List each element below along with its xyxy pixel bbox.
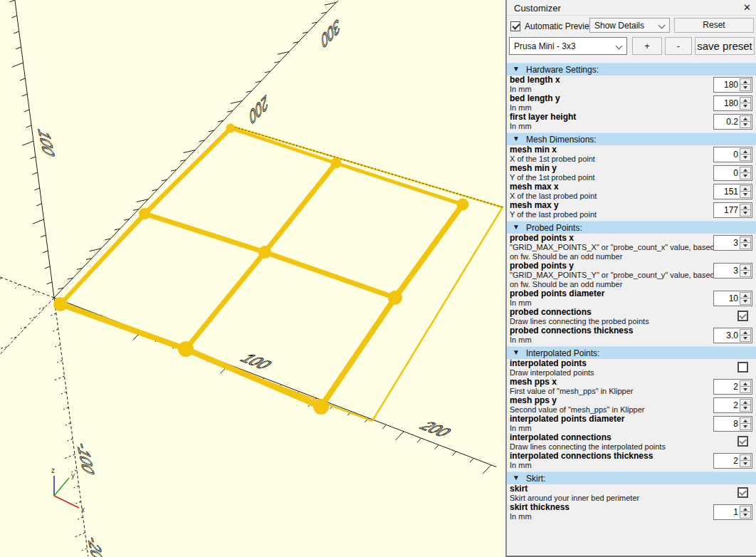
- spinner: [740, 148, 751, 161]
- collapse-triangle-icon[interactable]: ▼: [513, 348, 520, 356]
- save-preset-button[interactable]: save preset: [695, 37, 755, 55]
- spin-down-icon[interactable]: [740, 271, 750, 276]
- section-title: Hardware Settings:: [526, 65, 599, 75]
- spin-down-icon[interactable]: [740, 103, 750, 109]
- parameter-description: "GRID_MAX_POINTS_X" or "probe_count_x" v…: [510, 243, 718, 261]
- add-preset-button[interactable]: +: [632, 37, 662, 55]
- spinbox-value[interactable]: 3: [715, 236, 738, 250]
- spinner: [740, 380, 751, 393]
- spinbox-value[interactable]: 1: [715, 505, 738, 519]
- parameter-row: probed points y"GRID_MAX_POINTS_Y" or "p…: [507, 261, 756, 289]
- spinbox-value[interactable]: 10: [715, 291, 738, 306]
- spin-down-icon[interactable]: [740, 192, 750, 197]
- spinbox-value[interactable]: 180: [715, 96, 738, 110]
- spin-down-icon[interactable]: [740, 405, 750, 411]
- spin-up-icon[interactable]: [740, 79, 750, 85]
- spinbox-value[interactable]: 151: [715, 184, 738, 199]
- section-header[interactable]: ▼Hardware Settings:: [507, 63, 756, 76]
- spin-up-icon[interactable]: [740, 455, 750, 461]
- spin-up-icon[interactable]: [740, 186, 750, 192]
- spin-up-icon[interactable]: [740, 204, 750, 210]
- spinner: [740, 454, 751, 467]
- reset-button[interactable]: Reset: [674, 18, 754, 33]
- value-spinbox[interactable]: 177: [713, 202, 752, 218]
- parameter-checkbox[interactable]: [737, 436, 748, 447]
- spinbox-value[interactable]: 2: [715, 380, 738, 394]
- value-spinbox[interactable]: 2: [713, 397, 752, 413]
- spinbox-value[interactable]: 177: [715, 203, 738, 217]
- spin-down-icon[interactable]: [740, 298, 750, 304]
- spin-down-icon[interactable]: [740, 424, 750, 430]
- value-spinbox[interactable]: 0.2: [713, 114, 752, 130]
- value-spinbox[interactable]: 8: [713, 416, 752, 432]
- collapse-triangle-icon[interactable]: ▼: [513, 65, 520, 73]
- parameter-row: mesh max yY of the last probed point177: [507, 201, 756, 219]
- value-spinbox[interactable]: 3: [713, 263, 752, 278]
- spinbox-value[interactable]: 3.0: [715, 328, 738, 343]
- spin-down-icon[interactable]: [740, 122, 750, 127]
- parameter-checkbox[interactable]: [737, 487, 748, 498]
- spin-up-icon[interactable]: [740, 400, 750, 405]
- spin-up-icon[interactable]: [740, 265, 750, 271]
- section-header[interactable]: ▼Skirt:: [507, 472, 756, 484]
- spin-up-icon[interactable]: [740, 98, 750, 103]
- spin-up-icon[interactable]: [740, 149, 750, 155]
- section-header[interactable]: ▼Mesh Dimensions:: [507, 132, 756, 145]
- spin-up-icon[interactable]: [740, 293, 750, 298]
- spin-down-icon[interactable]: [740, 210, 750, 216]
- value-spinbox[interactable]: 2: [713, 453, 752, 469]
- spin-down-icon[interactable]: [740, 173, 750, 179]
- details-dropdown[interactable]: Show Details: [589, 18, 670, 33]
- spin-up-icon[interactable]: [740, 330, 750, 335]
- spin-down-icon[interactable]: [740, 387, 750, 392]
- parameter-name: interpolated points: [510, 359, 756, 368]
- spin-down-icon[interactable]: [740, 512, 750, 518]
- parameter-row: interpolated points diameterIn mm8: [507, 415, 756, 433]
- spin-down-icon[interactable]: [740, 85, 750, 90]
- collapse-triangle-icon[interactable]: ▼: [513, 135, 520, 142]
- collapse-triangle-icon[interactable]: ▼: [513, 474, 520, 481]
- preset-dropdown[interactable]: Prusa Mini - 3x3: [509, 37, 627, 55]
- spinbox-value[interactable]: 0.2: [715, 115, 738, 129]
- spin-down-icon[interactable]: [740, 155, 750, 160]
- parameter-checkbox[interactable]: [737, 362, 748, 373]
- value-spinbox[interactable]: 180: [713, 95, 752, 111]
- parameter-checkbox[interactable]: [737, 311, 748, 321]
- spinbox-value[interactable]: 3: [715, 264, 738, 278]
- section-header[interactable]: ▼Probed Points:: [507, 221, 756, 234]
- spin-down-icon[interactable]: [740, 461, 750, 467]
- value-spinbox[interactable]: 3: [713, 235, 752, 251]
- value-spinbox[interactable]: 151: [713, 184, 752, 199]
- parameter-row: mesh pps ySecond value of "mesh_pps" in …: [507, 396, 756, 415]
- value-spinbox[interactable]: 180: [713, 77, 752, 93]
- viewport-background: [0, 0, 505, 557]
- spin-up-icon[interactable]: [740, 506, 750, 512]
- collapse-triangle-icon[interactable]: ▼: [513, 223, 520, 231]
- spinbox-value[interactable]: 2: [715, 454, 738, 468]
- spinbox-value[interactable]: 180: [715, 78, 738, 92]
- section-header[interactable]: ▼Interpolated Points:: [507, 346, 756, 359]
- spin-up-icon[interactable]: [740, 167, 750, 173]
- spin-up-icon[interactable]: [740, 116, 750, 122]
- value-spinbox[interactable]: 0: [713, 165, 752, 181]
- spin-up-icon[interactable]: [740, 237, 750, 243]
- spinbox-value[interactable]: 2: [715, 398, 738, 412]
- spin-up-icon[interactable]: [740, 381, 750, 387]
- spin-down-icon[interactable]: [740, 335, 750, 341]
- gizmo-axis-label: x: [81, 506, 85, 514]
- spinbox-value[interactable]: 8: [715, 417, 738, 431]
- value-spinbox[interactable]: 0: [713, 147, 752, 162]
- value-spinbox[interactable]: 3.0: [713, 328, 752, 343]
- spinbox-value[interactable]: 0: [715, 166, 738, 180]
- spinbox-value[interactable]: 0: [715, 147, 738, 162]
- automatic-preview-checkbox[interactable]: [510, 21, 520, 31]
- 3d-viewport[interactable]: 100200200300100-100-200zyx: [0, 0, 505, 557]
- remove-preset-button[interactable]: -: [665, 37, 692, 55]
- spin-down-icon[interactable]: [740, 243, 750, 249]
- value-spinbox[interactable]: 1: [713, 504, 752, 520]
- value-spinbox[interactable]: 2: [713, 379, 752, 395]
- spin-up-icon[interactable]: [740, 418, 750, 424]
- openscad-window: 100200200300100-100-200zyx Customizer ✕ …: [0, 0, 756, 557]
- value-spinbox[interactable]: 10: [713, 291, 752, 306]
- close-icon[interactable]: ✕: [743, 2, 751, 14]
